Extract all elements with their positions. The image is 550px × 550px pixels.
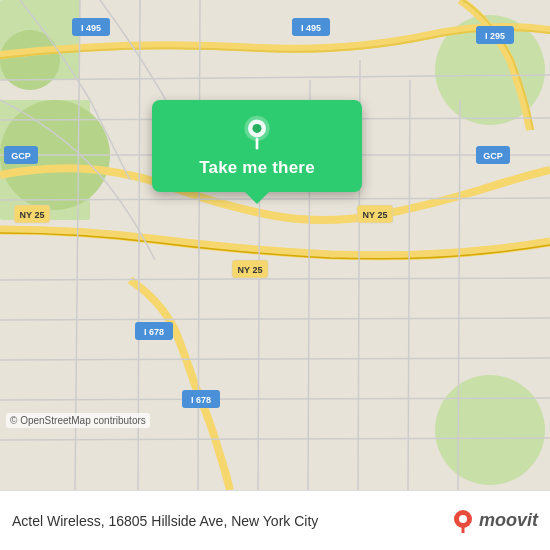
bottom-bar: Actel Wireless, 16805 Hillside Ave, New …	[0, 490, 550, 550]
popup-card: Take me there	[152, 100, 362, 192]
svg-text:I 678: I 678	[191, 395, 211, 405]
moovit-logo: moovit	[451, 509, 538, 533]
svg-text:I 495: I 495	[301, 23, 321, 33]
svg-text:NY 25: NY 25	[238, 265, 263, 275]
map-container: I 495 I 495 I 295 GCP GCP NY 25 NY 25 NY…	[0, 0, 550, 490]
svg-point-46	[253, 124, 262, 133]
location-pin-icon	[239, 114, 275, 150]
svg-text:GCP: GCP	[11, 151, 31, 161]
svg-text:I 678: I 678	[144, 327, 164, 337]
svg-text:I 495: I 495	[81, 23, 101, 33]
moovit-label: moovit	[479, 510, 538, 531]
moovit-icon	[451, 509, 475, 533]
svg-point-6	[435, 375, 545, 485]
copyright-text: © OpenStreetMap contributors	[6, 413, 150, 428]
svg-text:I 295: I 295	[485, 31, 505, 41]
svg-text:NY 25: NY 25	[20, 210, 45, 220]
svg-point-48	[459, 515, 467, 523]
take-me-there-button[interactable]: Take me there	[199, 158, 315, 178]
svg-text:NY 25: NY 25	[363, 210, 388, 220]
location-text: Actel Wireless, 16805 Hillside Ave, New …	[12, 513, 451, 529]
svg-point-4	[0, 30, 60, 90]
svg-text:GCP: GCP	[483, 151, 503, 161]
